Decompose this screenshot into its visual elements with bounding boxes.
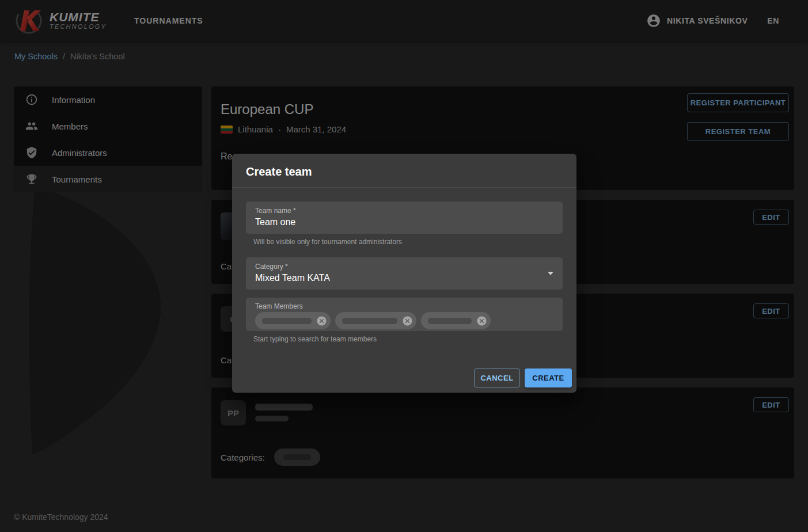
chip-delete-icon[interactable] xyxy=(402,316,413,326)
team-members-label: Team Members xyxy=(255,302,556,310)
create-team-dialog: Create team Team name * Team one Will be… xyxy=(232,154,576,393)
dialog-actions: CANCEL CREATE xyxy=(232,355,576,393)
category-value: Mixed Team KATA xyxy=(255,273,553,283)
team-name-field[interactable]: Team name * Team one xyxy=(246,202,563,234)
redacted-text xyxy=(428,318,472,324)
team-members-field[interactable]: Team Members xyxy=(246,298,563,331)
team-name-helper: Will be visible only for tournament admi… xyxy=(253,238,563,246)
chip-delete-icon[interactable] xyxy=(316,316,327,326)
dialog-title: Create team xyxy=(232,154,576,188)
team-members-group: Team Members xyxy=(246,298,563,343)
member-chip-redacted[interactable] xyxy=(421,312,491,329)
team-name-value: Team one xyxy=(255,217,553,227)
team-members-chips xyxy=(255,312,556,329)
category-group: Category * Mixed Team KATA xyxy=(246,257,563,290)
member-chip-redacted[interactable] xyxy=(255,312,331,329)
chip-delete-icon[interactable] xyxy=(476,316,487,326)
page: KUMITE TECHNOLOGY TOURNAMENTS NIKITA SVE… xyxy=(0,0,808,532)
cancel-button[interactable]: CANCEL xyxy=(474,368,520,387)
redacted-text xyxy=(262,318,312,324)
dialog-body: Team name * Team one Will be visible onl… xyxy=(232,188,576,343)
team-members-helper: Start typing to search for team members xyxy=(253,335,563,343)
category-label: Category * xyxy=(255,263,553,271)
category-select[interactable]: Category * Mixed Team KATA xyxy=(246,257,563,290)
create-button[interactable]: CREATE xyxy=(525,368,572,387)
chevron-down-icon xyxy=(548,272,553,275)
team-name-label: Team name * xyxy=(255,207,553,215)
redacted-text xyxy=(342,318,397,324)
team-name-group: Team name * Team one Will be visible onl… xyxy=(246,202,563,246)
member-chip-redacted[interactable] xyxy=(335,312,416,329)
